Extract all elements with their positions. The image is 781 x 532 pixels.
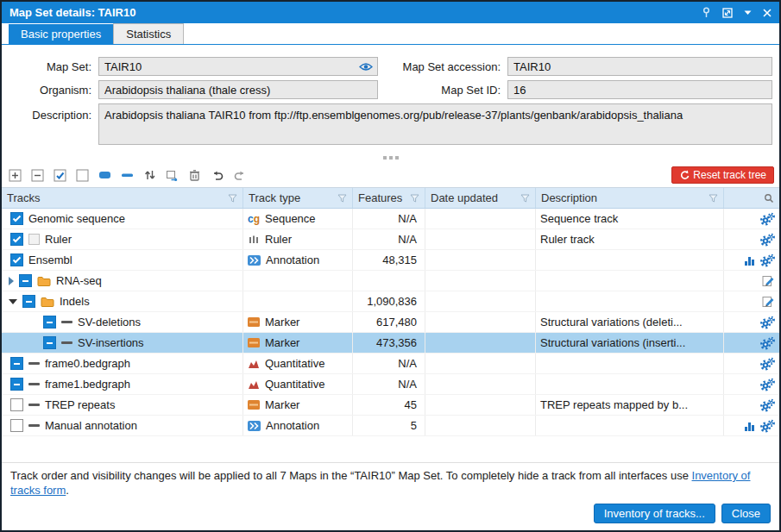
check-all-icon[interactable] bbox=[52, 167, 68, 184]
expand-all-icon[interactable] bbox=[7, 167, 23, 184]
marker-type-icon bbox=[248, 338, 260, 347]
table-row-selected[interactable]: SV-insertions Marker 473,356 Structural … bbox=[2, 333, 779, 354]
track-settings-icon[interactable] bbox=[759, 253, 775, 267]
column-header-features[interactable]: Features bbox=[353, 188, 425, 208]
track-settings-icon[interactable] bbox=[759, 316, 775, 329]
table-row[interactable]: Genomic sequence cg Sequence N/A Sequenc… bbox=[2, 209, 779, 229]
track-name: Genomic sequence bbox=[28, 212, 125, 225]
track-visibility-checkbox[interactable] bbox=[10, 378, 23, 391]
window-menu-chevron-icon[interactable] bbox=[744, 10, 752, 16]
table-row[interactable]: frame1.bedgraph Quantitative N/A bbox=[2, 374, 779, 395]
sort-tracks-icon[interactable] bbox=[142, 167, 158, 184]
table-row[interactable]: TREP repeats Marker 45 TREP repeats mapp… bbox=[2, 395, 779, 416]
track-visibility-checkbox[interactable] bbox=[10, 419, 23, 432]
footer-note: Track order and visibility changes will … bbox=[2, 462, 779, 499]
column-header-description[interactable]: Description bbox=[536, 188, 724, 208]
track-color-swatch[interactable] bbox=[28, 234, 40, 245]
delete-track-icon[interactable] bbox=[186, 167, 203, 184]
maximize-icon[interactable] bbox=[722, 8, 733, 18]
track-name: SV-deletions bbox=[78, 316, 141, 329]
ruler-type-icon bbox=[248, 235, 260, 245]
organism-input[interactable] bbox=[98, 80, 378, 99]
table-row[interactable]: frame0.bedgraph Quantitative N/A bbox=[2, 354, 779, 374]
track-line-icon bbox=[61, 341, 72, 344]
track-visibility-checkbox[interactable] bbox=[10, 233, 23, 246]
track-visibility-checkbox[interactable] bbox=[10, 212, 23, 225]
filter-icon[interactable] bbox=[520, 194, 530, 203]
collapse-caret-icon[interactable] bbox=[9, 299, 17, 304]
table-row[interactable]: RNA-seq bbox=[2, 271, 779, 291]
title-bar[interactable]: Map Set details: TAIR10 bbox=[2, 2, 779, 23]
track-visibility-checkbox[interactable] bbox=[10, 253, 23, 266]
track-visibility-checkbox[interactable] bbox=[19, 274, 32, 287]
filter-icon[interactable] bbox=[410, 194, 419, 203]
move-to-folder-icon[interactable] bbox=[164, 167, 180, 184]
table-row[interactable]: Indels 1,090,836 bbox=[2, 291, 779, 312]
reset-icon bbox=[679, 170, 690, 180]
track-settings-icon[interactable] bbox=[759, 212, 775, 226]
eye-icon[interactable] bbox=[359, 61, 373, 74]
track-statistics-icon[interactable] bbox=[743, 254, 757, 266]
reset-track-tree-button[interactable]: Reset track tree bbox=[671, 166, 774, 184]
table-row[interactable]: Ensembl Annotation 48,315 bbox=[2, 250, 779, 271]
map-set-label: Map Set: bbox=[9, 60, 93, 73]
close-icon[interactable] bbox=[763, 9, 772, 17]
track-visibility-checkbox[interactable] bbox=[43, 316, 56, 329]
track-name: Ensembl bbox=[28, 253, 72, 266]
tab-basic-properties[interactable]: Basic properties bbox=[9, 24, 113, 44]
collapse-all-icon[interactable] bbox=[29, 167, 46, 184]
map-set-input[interactable] bbox=[98, 57, 378, 76]
filter-icon[interactable] bbox=[709, 194, 718, 203]
track-line-icon bbox=[61, 321, 72, 323]
track-line-icon bbox=[28, 383, 40, 385]
map-set-id-input[interactable] bbox=[507, 80, 772, 99]
tab-bar: Basic properties Statistics bbox=[2, 23, 779, 45]
uncheck-all-icon[interactable] bbox=[74, 167, 91, 184]
edit-folder-icon[interactable] bbox=[761, 295, 775, 308]
folder-icon bbox=[37, 276, 51, 286]
collapsed-track-icon[interactable] bbox=[119, 167, 135, 184]
column-header-track-type[interactable]: Track type bbox=[243, 188, 353, 208]
description-input[interactable]: Arabidopsis thaliana TAIR10 from ftp://f… bbox=[98, 103, 772, 145]
track-settings-icon[interactable] bbox=[759, 233, 775, 247]
undo-icon[interactable] bbox=[209, 167, 225, 184]
track-statistics-icon[interactable] bbox=[743, 420, 757, 432]
table-row[interactable]: SV-deletions Marker 617,480 Structural v… bbox=[2, 312, 779, 333]
dialog-button-bar: Inventory of tracks... Close bbox=[2, 499, 779, 530]
organism-label: Organism: bbox=[9, 84, 93, 97]
track-line-icon bbox=[28, 424, 40, 427]
track-settings-icon[interactable] bbox=[759, 336, 775, 350]
track-settings-icon[interactable] bbox=[759, 357, 775, 371]
annotation-type-icon bbox=[248, 421, 261, 431]
redo-icon[interactable] bbox=[231, 167, 248, 184]
track-settings-icon[interactable] bbox=[759, 398, 775, 412]
grid-header: Tracks Track type Features Date updated … bbox=[2, 188, 779, 209]
expanded-track-icon[interactable] bbox=[97, 167, 113, 184]
filter-icon[interactable] bbox=[337, 194, 347, 203]
expand-caret-icon[interactable] bbox=[9, 277, 14, 285]
filter-icon[interactable] bbox=[228, 194, 237, 203]
tab-statistics[interactable]: Statistics bbox=[113, 23, 184, 44]
edit-folder-icon[interactable] bbox=[761, 274, 775, 287]
table-row[interactable]: Manual annotation Annotation 5 bbox=[2, 416, 779, 436]
track-visibility-checkbox[interactable] bbox=[43, 336, 56, 349]
column-header-tracks[interactable]: Tracks bbox=[2, 188, 243, 208]
track-name: frame0.bedgraph bbox=[45, 357, 130, 370]
track-settings-icon[interactable] bbox=[759, 419, 775, 433]
accession-input[interactable] bbox=[507, 57, 772, 76]
splitter-handle[interactable] bbox=[2, 153, 779, 163]
search-icon[interactable] bbox=[764, 193, 774, 203]
table-row[interactable]: Ruler Ruler N/A Ruler track bbox=[2, 229, 779, 250]
close-button[interactable]: Close bbox=[721, 504, 771, 523]
pin-icon[interactable] bbox=[702, 7, 711, 18]
grid-empty-area bbox=[2, 436, 779, 462]
map-set-id-label: Map Set ID: bbox=[383, 84, 502, 97]
track-visibility-checkbox[interactable] bbox=[22, 295, 35, 308]
marker-type-icon bbox=[248, 317, 260, 327]
inventory-of-tracks-button[interactable]: Inventory of tracks... bbox=[594, 504, 715, 523]
tracks-grid: Tracks Track type Features Date updated … bbox=[2, 187, 779, 462]
track-visibility-checkbox[interactable] bbox=[10, 357, 23, 370]
column-header-date-updated[interactable]: Date updated bbox=[425, 188, 536, 208]
track-visibility-checkbox[interactable] bbox=[10, 398, 23, 411]
track-settings-icon[interactable] bbox=[759, 378, 775, 391]
